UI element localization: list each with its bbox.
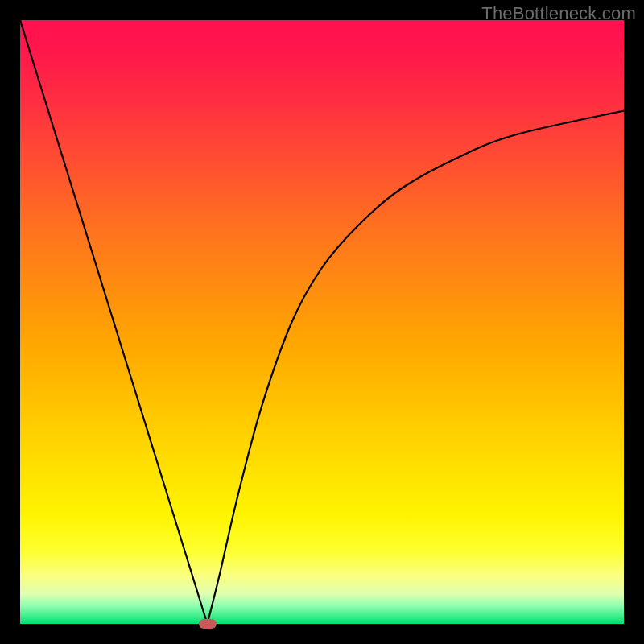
curve-right-branch: [208, 111, 625, 625]
optimum-marker: [199, 619, 217, 629]
outer-frame: TheBottleneck.com: [0, 0, 644, 644]
attribution-label: TheBottleneck.com: [481, 3, 636, 24]
curve-left-branch: [20, 20, 208, 624]
bottleneck-curve: [20, 20, 624, 624]
plot-area: [20, 20, 624, 624]
